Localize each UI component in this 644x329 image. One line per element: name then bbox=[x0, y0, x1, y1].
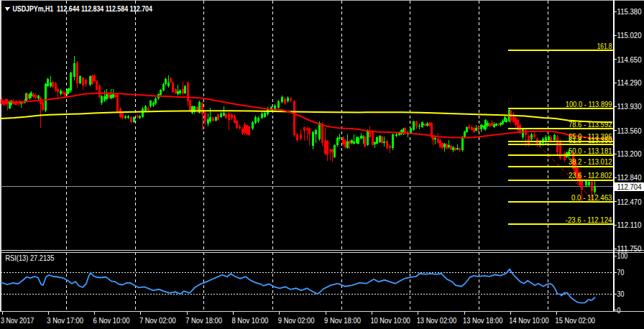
svg-text:14 Nov 10:00: 14 Nov 10:00 bbox=[509, 316, 549, 325]
svg-text:112.470: 112.470 bbox=[617, 198, 642, 206]
svg-text:15 Nov 02:00: 15 Nov 02:00 bbox=[556, 316, 596, 325]
svg-text:161.8: 161.8 bbox=[597, 42, 612, 50]
svg-text:113.200: 113.200 bbox=[617, 149, 642, 158]
svg-text:USDJPYm,H1 112.644 112.834 11: USDJPYm,H1 112.644 112.834 112.584 112.7… bbox=[12, 4, 152, 13]
svg-text:0: 0 bbox=[617, 306, 621, 315]
svg-text:112.704: 112.704 bbox=[617, 182, 642, 191]
svg-text:115.020: 115.020 bbox=[617, 31, 642, 40]
svg-text:50.0 - 113.181: 50.0 - 113.181 bbox=[569, 147, 612, 155]
svg-text:70: 70 bbox=[617, 268, 625, 277]
svg-text:114.290: 114.290 bbox=[617, 78, 642, 87]
svg-text:61.8 - 113.350: 61.8 - 113.350 bbox=[569, 136, 612, 144]
svg-text:30: 30 bbox=[617, 289, 625, 298]
svg-text:113.560: 113.560 bbox=[617, 126, 642, 135]
svg-text:112.840: 112.840 bbox=[617, 173, 642, 182]
svg-text:3 Nov 17:00: 3 Nov 17:00 bbox=[47, 316, 83, 325]
svg-text:0.0 - 112.463: 0.0 - 112.463 bbox=[571, 194, 612, 202]
svg-text:9 Nov 18:00: 9 Nov 18:00 bbox=[324, 316, 361, 325]
svg-text:115.380: 115.380 bbox=[617, 7, 642, 16]
svg-text:114.650: 114.650 bbox=[617, 55, 642, 64]
svg-text:38.2 - 113.012: 38.2 - 113.012 bbox=[569, 158, 612, 166]
svg-text:13 Nov 18:00: 13 Nov 18:00 bbox=[463, 316, 503, 325]
svg-text:23.6 - 112.802: 23.6 - 112.802 bbox=[569, 172, 612, 180]
svg-text:100: 100 bbox=[617, 251, 628, 260]
svg-text:13 Nov 02:00: 13 Nov 02:00 bbox=[417, 316, 457, 325]
svg-text:113.930: 113.930 bbox=[617, 102, 642, 111]
svg-text:-23.6 - 112.124: -23.6 - 112.124 bbox=[566, 216, 612, 224]
svg-text:112.110: 112.110 bbox=[617, 221, 642, 229]
svg-text:3 Nov 2017: 3 Nov 2017 bbox=[1, 316, 34, 325]
svg-text:8 Nov 10:00: 8 Nov 10:00 bbox=[232, 316, 269, 325]
svg-text:RSI(13) 27.2135: RSI(13) 27.2135 bbox=[5, 254, 54, 262]
svg-text:100.0 - 113.899: 100.0 - 113.899 bbox=[566, 101, 612, 108]
svg-text:6 Nov 10:00: 6 Nov 10:00 bbox=[93, 316, 130, 325]
svg-text:78.6 - 113.592: 78.6 - 113.592 bbox=[569, 121, 612, 129]
svg-text:9 Nov 02:00: 9 Nov 02:00 bbox=[278, 316, 315, 325]
svg-text:7 Nov 02:00: 7 Nov 02:00 bbox=[139, 316, 176, 325]
svg-text:10 Nov 10:00: 10 Nov 10:00 bbox=[370, 316, 410, 325]
svg-text:7 Nov 18:00: 7 Nov 18:00 bbox=[185, 316, 222, 325]
